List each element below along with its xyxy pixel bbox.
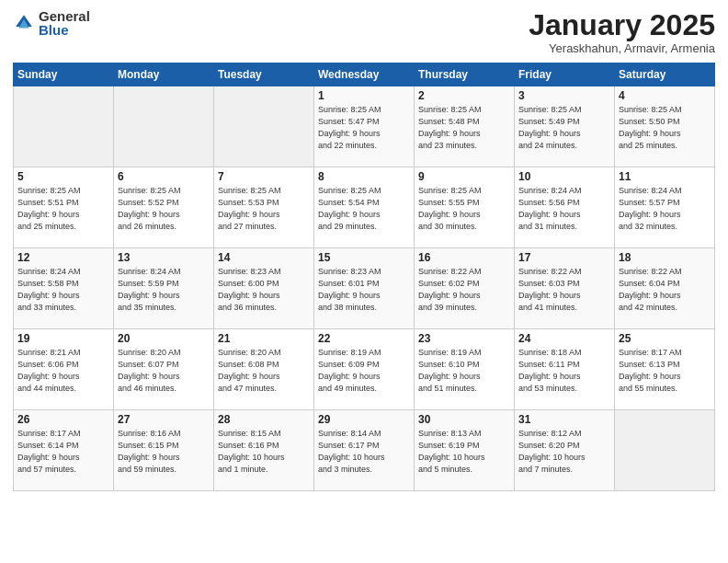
day-info: Sunrise: 8:22 AM Sunset: 6:04 PM Dayligh… [619, 266, 711, 314]
weekday-header-sunday: Sunday [14, 63, 114, 86]
calendar-week-1: 1Sunrise: 8:25 AM Sunset: 5:47 PM Daylig… [14, 86, 715, 167]
day-number: 29 [318, 413, 410, 426]
day-number: 17 [518, 251, 610, 264]
day-info: Sunrise: 8:23 AM Sunset: 6:01 PM Dayligh… [318, 266, 410, 314]
day-number: 24 [518, 332, 610, 345]
logo-general: General [39, 9, 90, 23]
day-info: Sunrise: 8:24 AM Sunset: 5:57 PM Dayligh… [619, 185, 711, 233]
calendar-cell: 5Sunrise: 8:25 AM Sunset: 5:51 PM Daylig… [14, 167, 114, 248]
calendar-cell: 7Sunrise: 8:25 AM Sunset: 5:53 PM Daylig… [214, 167, 314, 248]
day-number: 7 [218, 170, 310, 183]
day-number: 25 [619, 332, 711, 345]
day-info: Sunrise: 8:25 AM Sunset: 5:53 PM Dayligh… [218, 185, 310, 233]
day-number: 21 [218, 332, 310, 345]
calendar-week-2: 5Sunrise: 8:25 AM Sunset: 5:51 PM Daylig… [14, 167, 715, 248]
calendar-cell: 16Sunrise: 8:22 AM Sunset: 6:02 PM Dayli… [415, 248, 515, 329]
calendar-cell [14, 86, 114, 167]
title-block: January 2025 Yeraskhahun, Armavir, Armen… [529, 9, 715, 55]
day-info: Sunrise: 8:17 AM Sunset: 6:13 PM Dayligh… [619, 347, 711, 395]
calendar-cell: 4Sunrise: 8:25 AM Sunset: 5:50 PM Daylig… [615, 86, 715, 167]
day-info: Sunrise: 8:16 AM Sunset: 6:15 PM Dayligh… [118, 428, 210, 476]
calendar-cell: 31Sunrise: 8:12 AM Sunset: 6:20 PM Dayli… [515, 410, 615, 491]
day-number: 5 [17, 170, 109, 183]
day-number: 16 [418, 251, 510, 264]
day-info: Sunrise: 8:22 AM Sunset: 6:02 PM Dayligh… [418, 266, 510, 314]
calendar-cell: 30Sunrise: 8:13 AM Sunset: 6:19 PM Dayli… [415, 410, 515, 491]
weekday-header-saturday: Saturday [615, 63, 715, 86]
calendar-cell: 27Sunrise: 8:16 AM Sunset: 6:15 PM Dayli… [114, 410, 214, 491]
day-info: Sunrise: 8:25 AM Sunset: 5:51 PM Dayligh… [17, 185, 109, 233]
day-number: 15 [318, 251, 410, 264]
month-title: January 2025 [529, 9, 715, 41]
day-info: Sunrise: 8:22 AM Sunset: 6:03 PM Dayligh… [518, 266, 610, 314]
calendar-week-4: 19Sunrise: 8:21 AM Sunset: 6:06 PM Dayli… [14, 329, 715, 410]
calendar-cell: 8Sunrise: 8:25 AM Sunset: 5:54 PM Daylig… [314, 167, 415, 248]
day-number: 2 [418, 89, 510, 102]
calendar-cell: 12Sunrise: 8:24 AM Sunset: 5:58 PM Dayli… [14, 248, 114, 329]
logo-blue: Blue [39, 23, 90, 37]
calendar-cell: 25Sunrise: 8:17 AM Sunset: 6:13 PM Dayli… [615, 329, 715, 410]
day-info: Sunrise: 8:15 AM Sunset: 6:16 PM Dayligh… [218, 428, 310, 476]
day-info: Sunrise: 8:24 AM Sunset: 5:56 PM Dayligh… [518, 185, 610, 233]
day-number: 9 [418, 170, 510, 183]
calendar-cell: 23Sunrise: 8:19 AM Sunset: 6:10 PM Dayli… [415, 329, 515, 410]
weekday-header-monday: Monday [114, 63, 214, 86]
calendar-week-3: 12Sunrise: 8:24 AM Sunset: 5:58 PM Dayli… [14, 248, 715, 329]
day-info: Sunrise: 8:17 AM Sunset: 6:14 PM Dayligh… [17, 428, 109, 476]
calendar-cell: 17Sunrise: 8:22 AM Sunset: 6:03 PM Dayli… [515, 248, 615, 329]
day-info: Sunrise: 8:21 AM Sunset: 6:06 PM Dayligh… [17, 347, 109, 395]
day-info: Sunrise: 8:18 AM Sunset: 6:11 PM Dayligh… [518, 347, 610, 395]
page-header: General Blue January 2025 Yeraskhahun, A… [13, 9, 715, 55]
day-number: 28 [218, 413, 310, 426]
calendar-cell: 28Sunrise: 8:15 AM Sunset: 6:16 PM Dayli… [214, 410, 314, 491]
calendar-cell: 20Sunrise: 8:20 AM Sunset: 6:07 PM Dayli… [114, 329, 214, 410]
logo-text: General Blue [39, 9, 90, 37]
weekday-header-tuesday: Tuesday [214, 63, 314, 86]
day-info: Sunrise: 8:20 AM Sunset: 6:07 PM Dayligh… [118, 347, 210, 395]
day-number: 30 [418, 413, 510, 426]
calendar-cell [615, 410, 715, 491]
calendar-cell [214, 86, 314, 167]
day-number: 20 [118, 332, 210, 345]
day-info: Sunrise: 8:24 AM Sunset: 5:58 PM Dayligh… [17, 266, 109, 314]
day-info: Sunrise: 8:12 AM Sunset: 6:20 PM Dayligh… [518, 428, 610, 476]
day-number: 1 [318, 89, 410, 102]
logo: General Blue [13, 9, 90, 37]
weekday-header-thursday: Thursday [415, 63, 515, 86]
day-info: Sunrise: 8:25 AM Sunset: 5:49 PM Dayligh… [518, 104, 610, 152]
day-number: 3 [518, 89, 610, 102]
calendar-cell: 18Sunrise: 8:22 AM Sunset: 6:04 PM Dayli… [615, 248, 715, 329]
day-info: Sunrise: 8:20 AM Sunset: 6:08 PM Dayligh… [218, 347, 310, 395]
day-info: Sunrise: 8:25 AM Sunset: 5:50 PM Dayligh… [619, 104, 711, 152]
day-number: 26 [17, 413, 109, 426]
weekday-header-friday: Friday [515, 63, 615, 86]
day-info: Sunrise: 8:25 AM Sunset: 5:48 PM Dayligh… [418, 104, 510, 152]
calendar-cell: 10Sunrise: 8:24 AM Sunset: 5:56 PM Dayli… [515, 167, 615, 248]
day-info: Sunrise: 8:19 AM Sunset: 6:10 PM Dayligh… [418, 347, 510, 395]
weekday-header-row: SundayMondayTuesdayWednesdayThursdayFrid… [14, 63, 715, 86]
day-number: 8 [318, 170, 410, 183]
calendar-cell [114, 86, 214, 167]
day-info: Sunrise: 8:24 AM Sunset: 5:59 PM Dayligh… [118, 266, 210, 314]
calendar-table: SundayMondayTuesdayWednesdayThursdayFrid… [13, 63, 715, 491]
calendar-cell: 15Sunrise: 8:23 AM Sunset: 6:01 PM Dayli… [314, 248, 415, 329]
day-info: Sunrise: 8:25 AM Sunset: 5:47 PM Dayligh… [318, 104, 410, 152]
calendar-cell: 13Sunrise: 8:24 AM Sunset: 5:59 PM Dayli… [114, 248, 214, 329]
calendar-cell: 19Sunrise: 8:21 AM Sunset: 6:06 PM Dayli… [14, 329, 114, 410]
day-number: 31 [518, 413, 610, 426]
calendar-cell: 14Sunrise: 8:23 AM Sunset: 6:00 PM Dayli… [214, 248, 314, 329]
day-number: 10 [518, 170, 610, 183]
weekday-header-wednesday: Wednesday [314, 63, 415, 86]
day-number: 18 [619, 251, 711, 264]
calendar-cell: 9Sunrise: 8:25 AM Sunset: 5:55 PM Daylig… [415, 167, 515, 248]
day-number: 22 [318, 332, 410, 345]
day-number: 27 [118, 413, 210, 426]
calendar-cell: 24Sunrise: 8:18 AM Sunset: 6:11 PM Dayli… [515, 329, 615, 410]
calendar-cell: 2Sunrise: 8:25 AM Sunset: 5:48 PM Daylig… [415, 86, 515, 167]
day-number: 14 [218, 251, 310, 264]
day-info: Sunrise: 8:19 AM Sunset: 6:09 PM Dayligh… [318, 347, 410, 395]
day-number: 19 [17, 332, 109, 345]
day-number: 4 [619, 89, 711, 102]
day-info: Sunrise: 8:25 AM Sunset: 5:55 PM Dayligh… [418, 185, 510, 233]
calendar-cell: 3Sunrise: 8:25 AM Sunset: 5:49 PM Daylig… [515, 86, 615, 167]
